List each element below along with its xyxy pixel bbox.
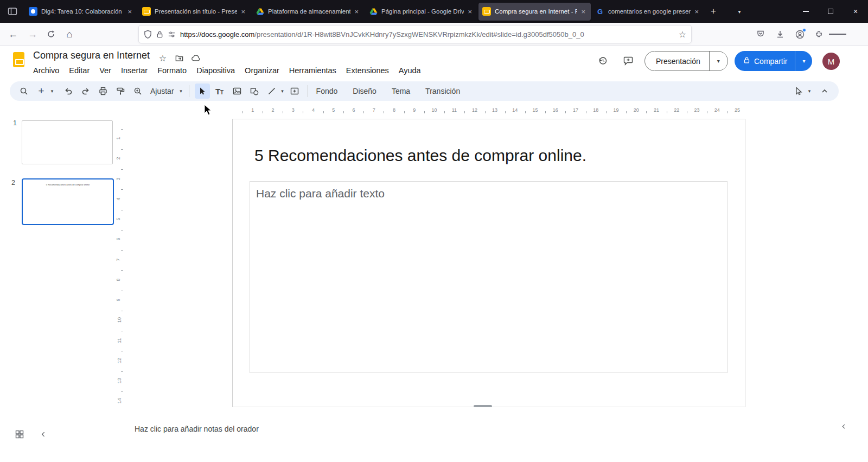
comments-icon[interactable] [621,53,636,68]
insert-line-icon[interactable] [264,84,279,99]
pen-tools-icon[interactable] [791,84,806,99]
theme-button[interactable]: Tema [388,87,414,95]
browser-tab-1[interactable]: Dig4: Tarea 10: Colaboración c × [25,3,137,21]
star-document-icon[interactable]: ☆ [157,53,168,63]
collapse-toolbar-icon[interactable] [817,84,832,99]
browser-tab-4[interactable]: Página principal - Google Driv × [365,3,477,21]
menu-formato[interactable]: Formato [152,64,192,77]
h-ruler-tick [363,111,364,113]
account-avatar[interactable]: M [822,53,840,70]
fit-zoom-button[interactable]: Ajustar [146,87,178,95]
menu-organizar[interactable]: Organizar [240,64,284,77]
expand-sidebar-icon[interactable] [838,421,849,432]
grid-view-icon[interactable] [13,428,26,441]
layout-button[interactable]: Diseño [349,87,380,95]
bookmark-star-icon[interactable]: ☆ [679,29,686,40]
background-button[interactable]: Fondo [312,87,342,95]
present-button-label[interactable]: Presentación [645,52,709,70]
lock-icon[interactable] [156,30,163,39]
app-menu-icon[interactable] [829,25,846,43]
tab-close-icon[interactable]: × [239,8,247,16]
insert-image-icon[interactable] [229,84,245,99]
v-ruler-tick [121,392,123,392]
browser-tab-3[interactable]: Plataforma de almacenamient × [252,3,364,21]
zoom-icon[interactable] [130,84,145,99]
present-dropdown-caret[interactable]: ▾ [709,52,727,70]
search-menus-icon[interactable] [16,84,31,99]
slides-favicon [482,7,491,16]
notes-resize-handle[interactable] [474,405,492,407]
tab-overflow-button[interactable]: ▾ [731,3,748,20]
downloads-icon[interactable] [771,25,789,43]
menu-ver[interactable]: Ver [94,64,116,77]
slide-title-text[interactable]: 5 Recomendaciones antes de comprar onlin… [254,146,586,165]
undo-icon[interactable] [61,84,76,99]
slide-2-thumbnail-selected[interactable]: 5 Recomendaciones antes de comprar onlin… [22,178,114,225]
account-icon[interactable] [791,25,808,43]
collapse-filmstrip-icon[interactable] [37,428,50,441]
insert-shape-icon[interactable] [247,84,262,99]
window-maximize-button[interactable] [818,0,843,23]
h-ruler-tick [646,111,647,113]
insert-line-caret[interactable]: ▾ [279,88,286,94]
tab-close-icon[interactable]: × [466,8,474,16]
window-close-button[interactable]: × [843,0,868,23]
share-button[interactable]: Compartir ▾ [735,51,812,71]
fit-zoom-caret[interactable]: ▾ [178,88,184,94]
present-button[interactable]: Presentación ▾ [644,51,728,71]
h-ruler-number: 2 [271,107,274,113]
tab-close-icon[interactable]: × [353,8,360,16]
h-ruler-tick [384,111,384,113]
tab-close-icon[interactable]: × [126,8,133,16]
tab-title: Presentación sin título - Prese [155,8,237,15]
insert-placeholder-icon[interactable] [287,84,302,99]
text-box-icon[interactable]: TT [212,84,227,99]
browser-tab-6[interactable]: G comentarios en google presen × [592,3,704,21]
new-slide-caret[interactable]: ▾ [49,88,55,94]
menu-editar[interactable]: Editar [64,64,94,77]
menu-extensiones[interactable]: Extensiones [341,64,394,77]
forward-button[interactable]: → [24,25,41,43]
menu-insertar[interactable]: Insertar [116,64,152,77]
print-icon[interactable] [95,84,111,99]
tab-close-icon[interactable]: × [579,8,587,16]
menu-diapositiva[interactable]: Diapositiva [192,64,240,77]
tab-title: Compra segura en Internet - P [495,8,577,15]
browser-tab-5-active[interactable]: Compra segura en Internet - P × [478,3,591,21]
slide-canvas[interactable]: 5 Recomendaciones antes de comprar onlin… [232,119,745,407]
version-history-icon[interactable] [595,53,610,68]
new-tab-button[interactable]: + [705,3,722,20]
h-ruler-tick [242,111,243,113]
slide-1-thumbnail[interactable] [22,120,113,164]
menu-archivo[interactable]: Archivo [28,64,64,77]
extensions-icon[interactable] [810,25,827,43]
new-slide-button[interactable]: + [34,84,49,99]
window-minimize-button[interactable] [793,0,818,23]
url-text[interactable]: https://docs.google.com/presentation/d/1… [180,30,674,39]
tracking-protection-shield-icon[interactable] [144,30,152,39]
pocket-icon[interactable] [752,25,769,43]
home-button[interactable]: ⌂ [61,25,78,43]
speaker-notes-placeholder[interactable]: Haz clic para añadir notas del orador [135,425,259,433]
menu-herramientas[interactable]: Herramientas [284,64,341,77]
site-permissions-icon[interactable] [168,30,176,39]
cloud-saved-icon[interactable] [190,53,201,63]
transition-button[interactable]: Transición [422,87,464,95]
browser-tab-2[interactable]: Presentación sin título - Prese × [138,3,251,21]
redo-icon[interactable] [78,84,93,99]
tab-close-icon[interactable]: × [693,8,700,16]
select-tool-icon[interactable] [195,84,210,99]
document-title[interactable]: Compra segura en Internet [33,50,150,61]
pen-tools-caret[interactable]: ▾ [806,88,813,94]
google-slides-logo[interactable] [13,52,24,67]
paint-format-icon[interactable] [113,84,128,99]
slide-body-placeholder-box[interactable]: Haz clic para añadir texto [250,181,727,373]
slide-body-placeholder-text[interactable]: Haz clic para añadir texto [256,187,385,200]
share-button-label[interactable]: Compartir [754,57,787,66]
menu-ayuda[interactable]: Ayuda [394,64,426,77]
url-bar[interactable]: https://docs.google.com/presentation/d/1… [139,25,691,43]
back-button[interactable]: ← [4,25,22,43]
reload-button[interactable] [42,25,60,43]
firefox-view-icon[interactable] [4,3,21,20]
move-folder-icon[interactable] [174,53,184,63]
